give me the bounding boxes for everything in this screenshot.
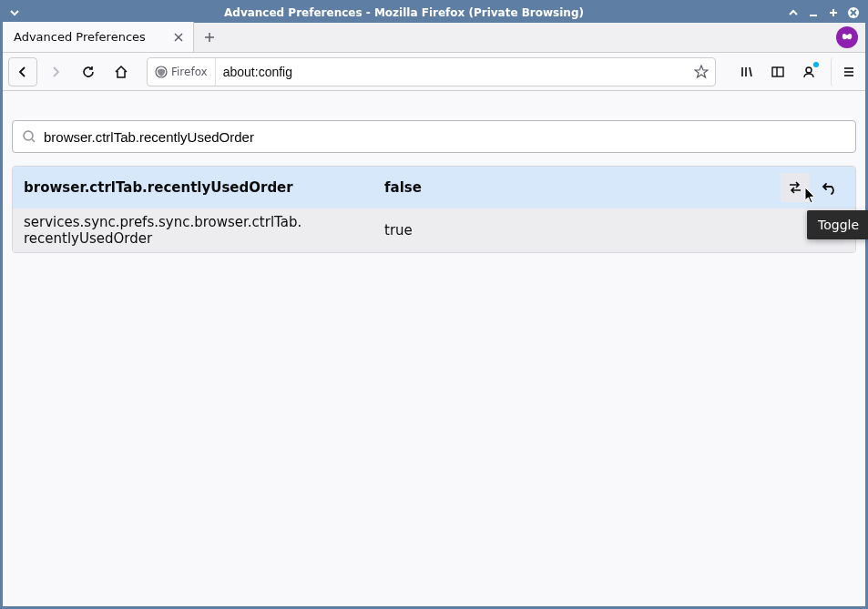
back-button[interactable] — [8, 57, 37, 86]
account-button[interactable] — [794, 57, 823, 86]
firefox-icon — [155, 66, 168, 78]
toggle-button[interactable] — [781, 173, 810, 202]
window-maximize-icon[interactable] — [827, 6, 840, 19]
window-title: Advanced Preferences - Mozilla Firefox (… — [26, 6, 781, 19]
nav-toolbar: Firefox — [3, 53, 865, 91]
bookmark-star-icon[interactable] — [688, 58, 715, 86]
tooltip: Toggle — [807, 210, 868, 239]
prefs-table: browser.ctrlTab.recentlyUsedOrder false … — [12, 166, 856, 253]
toggle-icon — [787, 179, 803, 196]
svg-rect-0 — [810, 15, 817, 16]
private-browsing-icon — [836, 26, 858, 48]
svg-line-13 — [750, 67, 751, 76]
reload-button[interactable] — [74, 57, 103, 86]
app-menu-button[interactable] — [831, 57, 860, 86]
svg-point-16 — [806, 67, 812, 73]
undo-icon — [822, 179, 838, 196]
pref-search-input[interactable] — [44, 121, 846, 152]
window-close-icon[interactable] — [847, 6, 860, 19]
notification-dot-icon — [813, 62, 819, 67]
pref-row[interactable]: browser.ctrlTab.recentlyUsedOrder false — [13, 167, 855, 208]
reset-button[interactable] — [815, 173, 844, 202]
pref-name: browser.ctrlTab.recentlyUsedOrder — [24, 179, 384, 196]
sidebar-button[interactable] — [763, 57, 792, 86]
new-tab-button[interactable] — [194, 22, 225, 52]
pref-value: false — [384, 179, 764, 196]
pref-search-box[interactable] — [12, 120, 856, 153]
url-bar[interactable]: Firefox — [147, 57, 716, 86]
pref-value: true — [384, 222, 764, 239]
library-button[interactable] — [732, 57, 761, 86]
browser-tab[interactable]: Advanced Preferences — [3, 22, 194, 52]
pref-row[interactable]: services.sync.prefs.sync.browser.ctrlTab… — [13, 208, 855, 252]
svg-line-21 — [32, 139, 35, 142]
pref-name: services.sync.prefs.sync.browser.ctrlTab… — [24, 214, 384, 247]
svg-rect-14 — [772, 67, 783, 76]
window-roll-up-icon[interactable] — [787, 6, 800, 19]
url-input[interactable] — [216, 58, 688, 86]
window-minimize-icon[interactable] — [807, 6, 820, 19]
about-config-content: browser.ctrlTab.recentlyUsedOrder false … — [3, 91, 865, 606]
forward-button — [41, 57, 70, 86]
tab-strip: Advanced Preferences — [3, 23, 865, 53]
home-button[interactable] — [107, 57, 136, 86]
window-titlebar: Advanced Preferences - Mozilla Firefox (… — [3, 3, 865, 23]
tab-label: Advanced Preferences — [14, 30, 164, 44]
identity-label: Firefox — [171, 66, 208, 78]
svg-point-20 — [24, 131, 33, 140]
app-menu-icon[interactable] — [8, 6, 21, 19]
tab-close-icon[interactable] — [171, 30, 186, 45]
identity-box[interactable]: Firefox — [148, 58, 216, 86]
search-icon — [22, 129, 36, 144]
